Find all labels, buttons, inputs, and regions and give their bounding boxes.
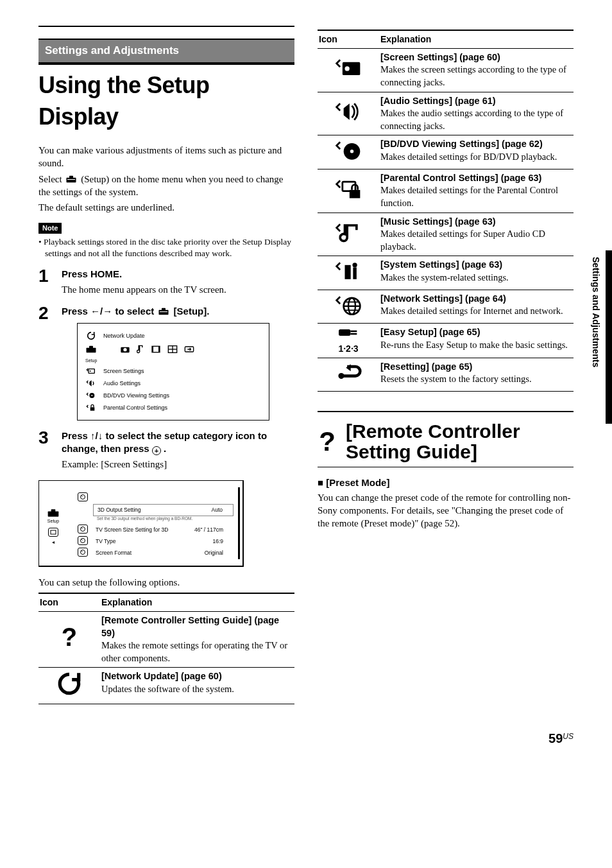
icon-table-right: Icon Explanation [Screen Settings] (page… <box>318 30 574 392</box>
table-row: [System Settings] (page 63)Makes the sys… <box>318 256 574 290</box>
svg-point-26 <box>81 526 85 531</box>
screen-mini-icon <box>85 366 97 376</box>
network-globe-icon <box>334 293 362 317</box>
row-desc: Resets the system to the factory setting… <box>380 374 532 384</box>
page-number: 59US <box>38 730 574 747</box>
note-label: Note <box>38 223 62 234</box>
row-desc: Makes detailed settings for the Parental… <box>380 185 558 208</box>
svg-rect-44 <box>339 329 350 336</box>
question-icon: ? <box>318 429 337 455</box>
step2-post: [Setup]. <box>174 306 210 317</box>
row-title: [Network Update] (page 60) <box>101 671 222 681</box>
intro-paragraph-1: You can make various adjustments of item… <box>38 144 294 170</box>
row-desc: Re-runs the Easy Setup to make the basic… <box>380 340 568 350</box>
screen-mini-icon <box>48 528 58 537</box>
row-title: [Easy Setup] (page 65) <box>380 327 480 337</box>
lock-mini-icon <box>85 403 97 413</box>
svg-point-20 <box>91 395 92 396</box>
ss2-row2-value: 16:9 <box>212 538 223 545</box>
ss2-row-0: 3D Output SettingAuto <box>93 504 234 516</box>
table-row: [Parental Control Settings] (page 63)Mak… <box>318 169 574 213</box>
system-settings-icon <box>334 259 362 283</box>
ss1-item-3: Parental Control Settings <box>103 404 167 412</box>
svg-point-31 <box>345 67 350 71</box>
svg-point-28 <box>81 550 85 554</box>
row-bullet-icon <box>78 492 88 501</box>
ss2-setup-label: Setup <box>47 518 59 524</box>
easy-setup-plug-icon <box>334 326 362 339</box>
step3-keys: ↑/↓ <box>90 430 103 441</box>
intro-paragraph-3: The default settings are underlined. <box>38 201 294 214</box>
film-icon <box>151 345 161 354</box>
step2-mid: to select <box>112 306 157 317</box>
refresh-icon <box>85 331 97 341</box>
audio-settings-icon <box>334 100 362 124</box>
ss2-row0-sub: Set the 3D output method when playing a … <box>93 516 234 522</box>
table-row: [Screen Settings] (page 60)Makes the scr… <box>318 48 574 92</box>
row-desc: Makes detailed settings for BD/DVD playb… <box>380 152 557 162</box>
section-banner: Settings and Adjustments <box>38 39 294 65</box>
screenshot-screen-settings: Setup ◄ 3D Output SettingAuto Set the 3D… <box>38 480 244 567</box>
row-desc: Makes the system-related settings. <box>380 272 509 282</box>
toolbox-small-icon <box>47 508 60 518</box>
svg-point-25 <box>81 494 85 499</box>
screen-settings-icon <box>334 56 362 80</box>
preset-head-text: [Preset Mode] <box>326 477 389 488</box>
step-1: Press HOME. The home menu appears on the… <box>38 268 294 297</box>
ss2-row1-value: 46" / 117cm <box>194 526 223 534</box>
preset-mode-body: You can change the preset code of the re… <box>318 491 574 530</box>
screenshot-home-menu: Network Update Setup Screen Settings Aud… <box>77 323 269 420</box>
svg-rect-1 <box>69 175 73 178</box>
svg-rect-21 <box>90 407 95 410</box>
easy-setup-123: 1·2·3 <box>319 343 378 355</box>
music-settings-icon <box>334 220 362 245</box>
step-3-head: Press ↑/↓ to select the setup category i… <box>62 430 294 456</box>
camera-icon <box>120 345 130 354</box>
svg-point-9 <box>123 348 126 351</box>
ss2-row0-label: 3D Output Setting <box>98 507 141 514</box>
svg-point-33 <box>350 150 354 153</box>
svg-rect-2 <box>67 179 75 180</box>
step-3-example: Example: [Screen Settings] <box>62 458 294 471</box>
ss1-network-update: Network Update <box>103 332 145 340</box>
svg-text:?: ? <box>62 624 77 651</box>
svg-rect-7 <box>89 346 93 349</box>
table-row: [Audio Settings] (page 61)Makes the audi… <box>318 92 574 135</box>
step-1-sub: The home menu appears on the TV screen. <box>62 283 294 296</box>
svg-text:?: ? <box>319 429 336 455</box>
step3-post: . <box>161 443 166 454</box>
question-icon: ? <box>54 624 85 651</box>
svg-rect-37 <box>353 268 357 279</box>
page-number-value: 59 <box>548 731 563 745</box>
toolbox-icon <box>158 307 169 316</box>
ss2-row1-label: TV Screen Size Setting for 3D <box>96 526 168 534</box>
row-desc: Makes the audio settings according to th… <box>380 108 563 131</box>
row-title: [System Settings] (page 63) <box>380 259 502 270</box>
step-3: Press ↑/↓ to select the setup category i… <box>38 430 294 471</box>
row-title: [Network Settings] (page 64) <box>380 293 506 304</box>
plus-circle-icon: + <box>152 446 161 455</box>
step2-pre: Press <box>62 306 90 317</box>
ss2-row2-label: TV Type <box>96 538 116 545</box>
disc-mini-icon <box>85 390 97 401</box>
row-title: [Audio Settings] (page 61) <box>380 96 496 106</box>
svg-rect-23 <box>51 509 56 512</box>
toolbox-small-icon <box>85 344 97 354</box>
step2-keys: ←/→ <box>90 306 112 317</box>
page-number-suffix: US <box>563 732 574 741</box>
th-explanation: Explanation <box>100 593 294 611</box>
th-icon: Icon <box>318 30 379 48</box>
left-column: Settings and Adjustments Using the Setup… <box>38 26 294 704</box>
row-bullet-icon <box>78 548 88 557</box>
svg-rect-35 <box>350 190 361 198</box>
preset-mode-heading: ■ [Preset Mode] <box>318 476 574 489</box>
section-2-heading: ? [Remote Controller Setting Guide] <box>318 421 574 462</box>
th-icon: Icon <box>38 593 100 611</box>
ss1-item-1: Audio Settings <box>103 379 140 387</box>
step-2: Press ←/→ to select [Setup]. Network Upd… <box>38 305 294 421</box>
row-title: [Parental Control Settings] (page 63) <box>380 173 541 183</box>
row-bullet-icon <box>78 536 88 545</box>
row-desc: Makes the screen settings according to t… <box>380 64 566 87</box>
row-bullet-icon <box>78 525 88 534</box>
side-section-label: Settings and Adjustments <box>590 257 602 367</box>
